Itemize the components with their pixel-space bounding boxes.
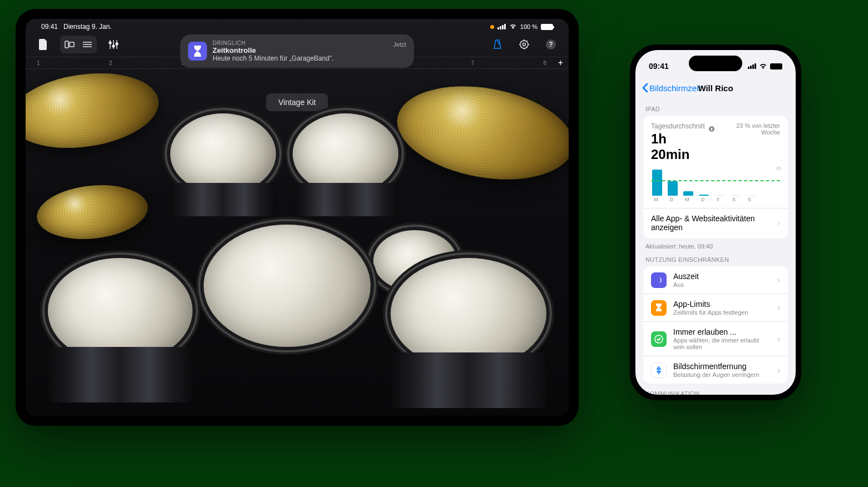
navigation-bar: Bildschirmzeit Will Rico bbox=[635, 77, 796, 99]
downtime-sub: Aus bbox=[673, 281, 771, 288]
iphone-time: 09:41 bbox=[649, 62, 669, 71]
svg-rect-1 bbox=[70, 42, 74, 47]
section-header-limits: NUTZUNG EINSCHRÄNKEN bbox=[643, 250, 788, 266]
average-change: 23 % von letzter Woche bbox=[709, 122, 780, 136]
nav-title: Will Rico bbox=[698, 83, 733, 93]
settings-button[interactable] bbox=[514, 36, 534, 53]
recording-indicator-icon bbox=[490, 25, 494, 29]
updated-text: Aktualisiert: heute, 09:40 bbox=[643, 238, 788, 250]
svg-rect-0 bbox=[65, 41, 68, 48]
my-songs-button[interactable] bbox=[33, 36, 53, 53]
chevron-right-icon: › bbox=[777, 218, 780, 227]
svg-point-13 bbox=[523, 43, 526, 46]
floor-tom-right[interactable] bbox=[391, 258, 546, 408]
chevron-right-icon: › bbox=[777, 275, 780, 285]
notification-time: Jetzt bbox=[393, 41, 406, 48]
tom-drum-2[interactable] bbox=[293, 113, 398, 216]
tracks-view-button[interactable] bbox=[79, 37, 96, 52]
chart-average-line bbox=[651, 180, 780, 181]
limits-list: AuszeitAus › App-LimitsZeitlimits für Ap… bbox=[643, 266, 788, 384]
ipad-device: 09:41 Dienstag 9. Jan. 100 % ? bbox=[16, 9, 579, 426]
distance-title: Bildschirmentfernung bbox=[673, 362, 771, 371]
signal-icon bbox=[748, 63, 756, 69]
add-section-button[interactable]: + bbox=[558, 58, 563, 68]
battery-icon bbox=[541, 24, 553, 30]
metronome-button[interactable] bbox=[487, 36, 507, 53]
back-button[interactable]: Bildschirmzeit bbox=[642, 83, 701, 93]
ipad-time: 09:41 bbox=[41, 23, 58, 31]
ipad-status-bar: 09:41 Dienstag 9. Jan. 100 % bbox=[26, 19, 569, 32]
view-toggle[interactable] bbox=[60, 36, 97, 53]
applimits-title: App-Limits bbox=[673, 300, 771, 309]
hourglass-icon bbox=[651, 300, 667, 316]
downtime-title: Auszeit bbox=[673, 272, 771, 281]
notification-banner[interactable]: DRINGLICH Zeitkontrolle Heute noch 5 Min… bbox=[180, 34, 414, 68]
svg-point-8 bbox=[109, 42, 111, 44]
ipad-battery-text: 100 % bbox=[520, 23, 537, 30]
downtime-row[interactable]: AuszeitAus › bbox=[643, 266, 788, 294]
ipad-date: Dienstag 9. Jan. bbox=[63, 23, 112, 31]
notification-message: Heute noch 5 Minuten für „GarageBand". bbox=[213, 54, 388, 62]
svg-point-9 bbox=[112, 45, 115, 47]
wifi-icon bbox=[509, 24, 517, 29]
svg-point-10 bbox=[116, 43, 118, 45]
battery-icon bbox=[770, 63, 782, 69]
track-controls-button[interactable] bbox=[103, 36, 124, 53]
hihat-cymbal[interactable] bbox=[34, 180, 151, 244]
hourglass-icon bbox=[188, 42, 207, 61]
floor-tom-left[interactable] bbox=[48, 258, 193, 402]
drum-kit bbox=[26, 80, 569, 416]
all-activity-label: Alle App- & Websiteaktivitäten anzeigen bbox=[651, 214, 777, 232]
chevron-left-icon bbox=[642, 83, 648, 93]
ipad-screen: 09:41 Dienstag 9. Jan. 100 % ? bbox=[26, 19, 569, 416]
content-scroll[interactable]: IPAD Tagesdurchschnitt 1h 20min 23 % von… bbox=[635, 99, 796, 395]
average-label: Tagesdurchschnitt bbox=[651, 122, 709, 130]
wifi-icon bbox=[759, 63, 767, 69]
notification-urgent-label: DRINGLICH bbox=[213, 40, 388, 46]
always-allow-row[interactable]: Immer erlauben ...Apps wählen, die immer… bbox=[643, 322, 788, 356]
back-label: Bildschirmzeit bbox=[649, 83, 701, 93]
section-header-ipad: IPAD bbox=[643, 99, 788, 116]
check-circle-icon bbox=[651, 331, 667, 347]
signal-icon bbox=[497, 24, 506, 29]
help-button[interactable]: ? bbox=[541, 36, 561, 53]
notification-title: Zeitkontrolle bbox=[213, 46, 388, 54]
browser-view-button[interactable] bbox=[61, 37, 78, 52]
chart-ylabel: 4h bbox=[776, 166, 781, 171]
tom-drum-1[interactable] bbox=[170, 113, 276, 216]
svg-text:?: ? bbox=[549, 41, 553, 48]
arrow-up-icon bbox=[709, 126, 714, 132]
chevron-right-icon: › bbox=[777, 303, 780, 313]
crash-cymbal-left[interactable] bbox=[26, 64, 164, 157]
applimits-row[interactable]: App-LimitsZeitlimits für Apps festlegen … bbox=[643, 294, 788, 322]
chart-x-labels: MDMDFSS bbox=[651, 197, 780, 202]
iphone-screen: 09:41 Bildschirmzeit Will Rico IPAD Tage… bbox=[635, 50, 796, 395]
usage-card: Tagesdurchschnitt 1h 20min 23 % von letz… bbox=[643, 116, 788, 238]
moon-icon bbox=[651, 272, 667, 288]
distance-sub: Belastung der Augen verringern bbox=[673, 371, 771, 378]
chevron-right-icon: › bbox=[777, 365, 780, 375]
screen-distance-row[interactable]: BildschirmentfernungBelastung der Augen … bbox=[643, 356, 788, 384]
distance-icon bbox=[651, 362, 667, 378]
section-header-comm: KOMMUNIKATION bbox=[643, 384, 788, 395]
kick-drum[interactable] bbox=[204, 225, 371, 347]
applimits-sub: Zeitlimits für Apps festlegen bbox=[673, 309, 771, 316]
always-title: Immer erlauben ... bbox=[673, 327, 771, 336]
ride-cymbal[interactable] bbox=[390, 73, 569, 192]
chevron-right-icon: › bbox=[777, 334, 780, 344]
always-sub: Apps wählen, die immer erlaubt sein soll… bbox=[673, 337, 771, 350]
usage-chart[interactable]: 4h MDMDFSS bbox=[651, 167, 780, 202]
average-value: 1h 20min bbox=[651, 131, 709, 162]
iphone-device: 09:41 Bildschirmzeit Will Rico IPAD Tage… bbox=[630, 44, 801, 400]
dynamic-island bbox=[689, 56, 742, 71]
all-activity-row[interactable]: Alle App- & Websiteaktivitäten anzeigen … bbox=[651, 208, 780, 232]
